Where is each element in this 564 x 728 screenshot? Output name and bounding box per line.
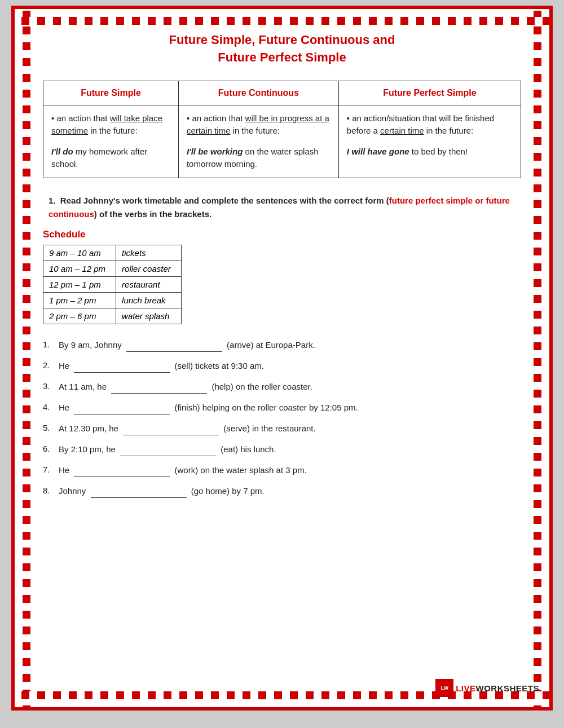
col-header-future-simple: Future Simple	[43, 81, 179, 105]
schedule-time-3: 12 pm – 1 pm	[43, 276, 116, 292]
exercise-list: 1. By 9 am, Johnny (arrive) at Europa-Pa…	[43, 338, 521, 498]
liveworksheets-logo: LW LIVEWORKSHEETS	[435, 679, 539, 697]
exercise-item-4: 4. He (finish) helping on the roller coa…	[43, 400, 521, 414]
exercise-item-7: 7. He (work) on the water splash at 3 pm…	[43, 463, 521, 477]
page: Future Simple, Future Continuous and Fut…	[11, 6, 553, 711]
grammar-cell-3: • an action/situation that will be finis…	[338, 105, 521, 178]
answer-blank-4[interactable]	[74, 400, 170, 414]
exercise-item-6: 6. By 2:10 pm, he (eat) his lunch.	[43, 442, 521, 456]
schedule-time-4: 1 pm – 2 pm	[43, 292, 116, 308]
schedule-task-3: restaurant	[116, 276, 182, 292]
schedule-row: 9 am – 10 am tickets	[43, 245, 182, 261]
schedule-time-5: 2 pm – 6 pm	[43, 308, 116, 324]
lw-icon: LW	[435, 679, 453, 697]
col-header-future-perfect: Future Perfect Simple	[338, 81, 521, 105]
answer-blank-8[interactable]	[91, 484, 187, 498]
exercise-item-5: 5. At 12.30 pm, he (serve) in the restau…	[43, 421, 521, 435]
schedule-row: 12 pm – 1 pm restaurant	[43, 276, 182, 292]
answer-blank-5[interactable]	[123, 421, 219, 435]
exercise-item-1: 1. By 9 am, Johnny (arrive) at Europa-Pa…	[43, 338, 521, 352]
answer-blank-6[interactable]	[120, 442, 216, 456]
schedule-time-2: 10 am – 12 pm	[43, 261, 116, 276]
answer-blank-7[interactable]	[74, 463, 170, 477]
schedule-row: 2 pm – 6 pm water splash	[43, 308, 182, 324]
exercise-item-3: 3. At 11 am, he (help) on the roller coa…	[43, 380, 521, 394]
instructions: 1. Read Johnny's work timetable and comp…	[43, 194, 521, 221]
schedule-table: 9 am – 10 am tickets 10 am – 12 pm rolle…	[43, 245, 182, 324]
grammar-table: Future Simple Future Continuous Future P…	[43, 81, 521, 178]
exercise-item-8: 8. Johnny (go home) by 7 pm.	[43, 484, 521, 498]
main-title: Future Simple, Future Continuous and Fut…	[43, 32, 521, 67]
exercise-item-2: 2. He (sell) tickets at 9:30 am.	[43, 359, 521, 373]
answer-blank-1[interactable]	[126, 338, 222, 352]
schedule-task-4: lunch break	[116, 292, 182, 308]
col-header-future-continuous: Future Continuous	[178, 81, 338, 105]
grammar-cell-2: • an action that will be in progress at …	[178, 105, 338, 178]
lw-text: LIVEWORKSHEETS	[456, 683, 539, 693]
answer-blank-2[interactable]	[74, 359, 170, 373]
schedule-time-1: 9 am – 10 am	[43, 245, 116, 261]
schedule-task-5: water splash	[116, 308, 182, 324]
grammar-cell-1: • an action that will take place sometim…	[43, 105, 179, 178]
schedule-row: 1 pm – 2 pm lunch break	[43, 292, 182, 308]
answer-blank-3[interactable]	[111, 380, 207, 394]
schedule-heading: Schedule	[43, 229, 521, 240]
schedule-task-1: tickets	[116, 245, 182, 261]
schedule-row: 10 am – 12 pm roller coaster	[43, 261, 182, 276]
schedule-task-2: roller coaster	[116, 261, 182, 276]
